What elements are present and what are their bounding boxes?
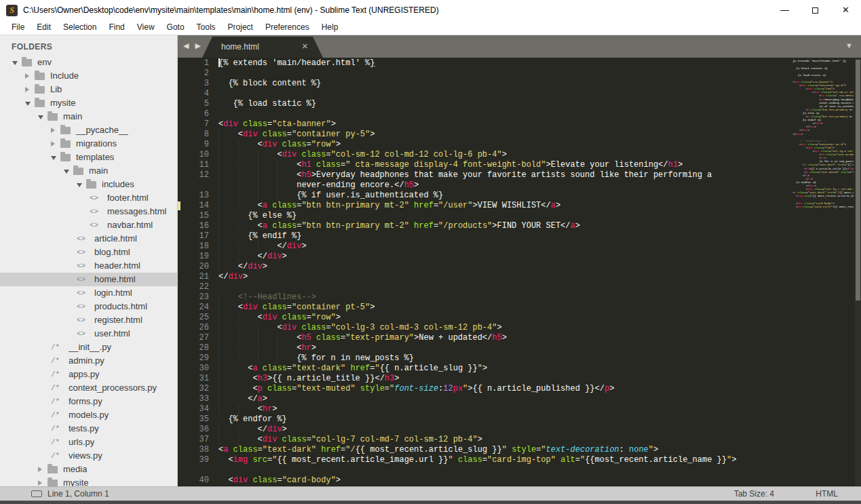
code-line-10[interactable]: 10<div class="col-sm-12 col-md-12 col-lg…	[178, 150, 775, 160]
code-line-19[interactable]: 19</div>	[178, 252, 775, 262]
code-line-5[interactable]: 5{% load static %}	[178, 99, 775, 109]
code-line-39[interactable]: 39<img src="{{ most_recent.article_image…	[178, 455, 775, 465]
code-line-6[interactable]: 6	[178, 109, 775, 119]
tab-close-icon[interactable]: ✕	[302, 42, 308, 51]
tree-item-templates[interactable]: templates	[0, 151, 177, 164]
tree-item-products-html[interactable]: <>products.html	[0, 300, 177, 313]
code-line-35[interactable]: 35{% endfor %}	[178, 414, 775, 425]
code-line-9[interactable]: 9<div class="row">	[178, 140, 775, 150]
syntax-indicator[interactable]: HTML	[816, 489, 838, 499]
code-line-37[interactable]: 37<div class="col-lg-7 col-md-7 col-sm-1…	[178, 435, 775, 445]
panel-toggle-icon[interactable]	[31, 490, 42, 497]
tree-item-mysite[interactable]: mysite	[0, 476, 177, 486]
code-line-wrap[interactable]	[178, 465, 775, 476]
code-line-11[interactable]: 11<h1 class=" cta-message display-4 font…	[178, 160, 775, 170]
menu-edit[interactable]: Edit	[31, 20, 57, 35]
code-line-33[interactable]: 33</a>	[178, 394, 775, 404]
code-line-1[interactable]: 1{% extends 'main/header.html' %}	[178, 58, 775, 69]
tree-item-lib[interactable]: Lib	[0, 83, 177, 96]
code-line-15[interactable]: 15{% else %}	[178, 211, 775, 221]
code-line-38[interactable]: 38<a class="text-dark" href="/{{ most_re…	[178, 445, 775, 455]
code-line-7[interactable]: 7<div class="cta-banner">	[178, 119, 775, 130]
minimize-button[interactable]: —	[769, 0, 800, 20]
tree-item-user-html[interactable]: <>user.html	[0, 327, 177, 341]
tree-item-forms-py[interactable]: /*forms.py	[0, 395, 177, 408]
tree-item-apps-py[interactable]: /*apps.py	[0, 368, 177, 381]
nav-forward-icon[interactable]: ▶	[195, 41, 203, 50]
minimap[interactable]: 1{% extends 'main/header.html' %}23{% bl…	[779, 60, 854, 486]
code-line-12[interactable]: 12<h5>Everyday headphones that make your…	[178, 170, 775, 180]
tree-item-login-html[interactable]: <>login.html	[0, 286, 177, 300]
tree-item-messages-html[interactable]: <>messages.html	[0, 205, 177, 218]
tab-overflow-icon[interactable]: ▼	[845, 41, 853, 50]
tree-item-include[interactable]: Include	[0, 69, 177, 83]
code-line-30[interactable]: 30<a class="text-dark" href="{{ n.articl…	[178, 364, 775, 374]
code-line-20[interactable]: 20</div>	[178, 262, 775, 272]
editor-code-area[interactable]: 1{% extends 'main/header.html' %}23{% bl…	[178, 58, 861, 486]
tree-item-blog-html[interactable]: <>blog.html	[0, 246, 177, 259]
code-line-23[interactable]: 23<!--Headlines-->	[178, 292, 775, 303]
tree-item-views-py[interactable]: /*views.py	[0, 449, 177, 463]
tree-item-footer-html[interactable]: <>footer.html	[0, 191, 177, 205]
menu-project[interactable]: Project	[222, 20, 259, 35]
tree-item-header-html[interactable]: <>header.html	[0, 259, 177, 273]
code-line-4[interactable]: 4	[178, 89, 775, 99]
menu-selection[interactable]: Selection	[57, 20, 102, 35]
menu-goto[interactable]: Goto	[161, 20, 191, 35]
tree-item-init-py[interactable]: /*__init__.py	[0, 341, 177, 354]
code-line-2[interactable]: 2	[178, 69, 775, 79]
tree-item-pycache[interactable]: __pycache__	[0, 123, 177, 137]
close-button[interactable]: ✕	[830, 0, 861, 20]
code-line-wrap[interactable]: never-ending encore.</h5>	[178, 180, 775, 191]
tree-item-article-html[interactable]: <>article.html	[0, 232, 177, 246]
code-line-25[interactable]: 25<div class="row">	[178, 313, 775, 323]
tree-item-admin-py[interactable]: /*admin.py	[0, 354, 177, 368]
code-line-13[interactable]: 13{% if user.is_authenticated %}	[178, 191, 775, 201]
code-line-32[interactable]: 32<p class="text-muted" style="font-size…	[178, 384, 775, 394]
code-line-18[interactable]: 18</div>	[178, 241, 775, 252]
tree-item-navbar-html[interactable]: <>navbar.html	[0, 218, 177, 232]
code-line-36[interactable]: 36</div>	[178, 425, 775, 435]
tree-item-main[interactable]: main	[0, 110, 177, 123]
menu-view[interactable]: View	[131, 20, 161, 35]
scrollbar-thumb[interactable]	[856, 60, 860, 301]
tree-item-includes[interactable]: includes	[0, 178, 177, 191]
tree-item-env[interactable]: env	[0, 56, 177, 69]
tree-item-migrations[interactable]: migrations	[0, 137, 177, 151]
scrollbar-track[interactable]	[855, 58, 861, 486]
tree-item-context-processors-py[interactable]: /*context_processors.py	[0, 381, 177, 395]
tree-item-models-py[interactable]: /*models.py	[0, 408, 177, 422]
code-line-24[interactable]: 24<div class="container pt-5">	[178, 303, 775, 313]
code-line-40[interactable]: 40<div class="card-body">	[178, 476, 775, 486]
menu-preferences[interactable]: Preferences	[259, 20, 315, 35]
maximize-button[interactable]	[800, 0, 830, 20]
cursor-position[interactable]: Line 1, Column 1	[47, 489, 109, 499]
code-line-22[interactable]: 22	[178, 282, 775, 292]
tree-item-mysite[interactable]: mysite	[0, 96, 177, 110]
menu-file[interactable]: File	[5, 20, 31, 35]
tree-item-urls-py[interactable]: /*urls.py	[0, 435, 177, 449]
tree-item-media[interactable]: media	[0, 463, 177, 476]
menu-help[interactable]: Help	[315, 20, 345, 35]
code-line-16[interactable]: 16<a class="btn btn-primary mt-2" href="…	[178, 221, 775, 231]
tab-size-indicator[interactable]: Tab Size: 4	[734, 489, 774, 499]
code-line-14[interactable]: 14<a class="btn btn-primary mt-2" href="…	[178, 201, 775, 211]
code-line-31[interactable]: 31<h3>{{ n.article_title }}</h3>	[178, 374, 775, 384]
code-line-26[interactable]: 26<div class="col-lg-3 col-md-3 col-sm-1…	[178, 323, 775, 333]
code-line-34[interactable]: 34<hr>	[178, 404, 775, 414]
code-line-29[interactable]: 29{% for n in new_posts %}	[178, 353, 775, 364]
nav-back-icon[interactable]: ◀	[183, 41, 191, 50]
tree-item-home-html[interactable]: <>home.html	[0, 273, 177, 286]
menu-tools[interactable]: Tools	[191, 20, 222, 35]
tab-home-html[interactable]: home.html ✕	[202, 37, 323, 58]
code-line-21[interactable]: 21</div>	[178, 272, 775, 282]
tree-item-main[interactable]: main	[0, 164, 177, 178]
code-line-8[interactable]: 8<div class="container py-5">	[178, 130, 775, 140]
menu-find[interactable]: Find	[102, 20, 130, 35]
code-line-28[interactable]: 28<hr>	[178, 343, 775, 353]
tree-item-register-html[interactable]: <>register.html	[0, 313, 177, 327]
code-line-27[interactable]: 27<h5 class="text-primary">New + updated…	[178, 333, 775, 343]
code-line-3[interactable]: 3{% block content %}	[178, 79, 775, 89]
code-line-17[interactable]: 17{% endif %}	[178, 231, 775, 241]
tree-item-tests-py[interactable]: /*tests.py	[0, 422, 177, 435]
